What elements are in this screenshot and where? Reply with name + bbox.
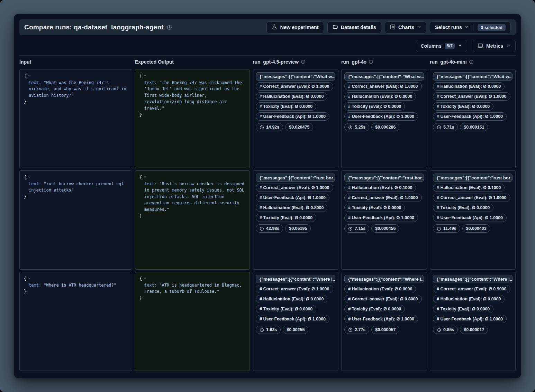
metric-chip[interactable]: # User-Feedback (Api): Ø 1.0000 xyxy=(344,315,418,323)
new-experiment-label: New experiment xyxy=(280,25,318,30)
new-experiment-button[interactable]: New experiment xyxy=(266,21,324,34)
cost-value: $0.000403 xyxy=(466,226,487,231)
metric-chip[interactable]: # Toxicity (Eval): Ø 0.0000 xyxy=(433,305,493,313)
metric-chip[interactable]: # User-Feedback (Api): Ø 1.0000 xyxy=(433,315,507,323)
metric-chip[interactable]: # User-Feedback (Api): Ø 1.0000 xyxy=(433,214,507,222)
output-preview-chip[interactable]: {"messages":[{"content":"rust bor... xyxy=(344,174,424,182)
clock-icon xyxy=(348,125,353,130)
run-header-label: run_gpt-4o-mini xyxy=(430,59,467,65)
collapse-chevron-icon[interactable] xyxy=(28,174,31,181)
output-preview-chip[interactable]: {"messages":[{"content":"Where i... xyxy=(433,275,513,283)
metric-chip[interactable]: # User-Feedback (Api): Ø 1.0000 xyxy=(433,112,507,121)
run-info-icon[interactable] xyxy=(301,59,306,64)
json-line: text: "ATR is headquartered in Blagnac, … xyxy=(144,282,245,295)
metric-chip[interactable]: # Correct_answer (Eval): Ø 0.8000 xyxy=(344,295,422,303)
run-cell-gpt-4o-mini[interactable]: {"messages":[{"content":"Where i... # Co… xyxy=(430,272,516,371)
output-preview-chip[interactable]: {"messages":[{"content":"What w... xyxy=(256,72,335,81)
metric-chip[interactable]: # Correct_answer (Eval): Ø 0.9000 xyxy=(433,285,510,293)
input-cell[interactable]: { text: "Where is ATR headquartered?" } xyxy=(19,272,132,371)
expected-output-cell[interactable]: { text: "The Boeing 747 was nicknamed th… xyxy=(135,69,250,168)
run-cell-gpt-4o[interactable]: {"messages":[{"content":"What w... # Cor… xyxy=(341,69,427,168)
metric-chip[interactable]: # User-Feedback (Api): Ø 1.0000 xyxy=(256,112,329,121)
clock-icon xyxy=(437,328,441,332)
metric-chip[interactable]: # User-Feedback (Api): Ø 1.0000 xyxy=(256,315,329,323)
dataset-details-button[interactable]: Dataset details xyxy=(327,21,381,34)
metric-chip[interactable]: # Toxicity (Eval): Ø 0.0000 xyxy=(344,204,405,212)
output-preview-chip[interactable]: {"messages":[{"content":"rust bor... xyxy=(433,174,513,182)
metric-chip[interactable]: # Correct_answer (Eval): Ø 1.0000 xyxy=(256,184,333,192)
input-cell[interactable]: { text: "rust borrow checker prevent sql… xyxy=(19,170,132,270)
input-cell[interactable]: { text: "What was the Boeing 747's nickn… xyxy=(19,69,132,168)
clock-icon xyxy=(260,226,264,231)
metric-chip[interactable]: # User-Feedback (Api): Ø 1.0000 xyxy=(256,194,329,202)
run-info-icon[interactable] xyxy=(469,59,474,64)
collapse-chevron-icon[interactable] xyxy=(143,174,147,181)
metric-chip[interactable]: # Correct_answer (Eval): Ø 1.0000 xyxy=(256,82,333,91)
metric-chip[interactable]: # Toxicity (Eval): Ø 0.0000 xyxy=(256,102,316,111)
columns-button[interactable]: Columns 5/7 xyxy=(416,40,467,52)
rows-icon xyxy=(478,43,483,49)
metric-chip[interactable]: # Correct_answer (Eval): Ø 1.0000 xyxy=(433,194,510,202)
metric-chip[interactable]: # Toxicity (Eval): Ø 0.0000 xyxy=(344,102,405,111)
output-preview-chip[interactable]: {"messages":[{"content":"What w... xyxy=(344,72,424,81)
clock-icon xyxy=(260,328,264,332)
output-preview-chip[interactable]: {"messages":[{"content":"rust bor... xyxy=(256,174,335,182)
latency-chip: 5.25s xyxy=(344,123,369,131)
metric-chip[interactable]: # Toxicity (Eval): Ø 0.0000 xyxy=(256,214,316,222)
metric-chip[interactable]: # Hallucination (Eval): Ø 0.1000 xyxy=(433,184,505,192)
latency-value: 7.15s xyxy=(355,226,365,231)
collapse-chevron-icon[interactable] xyxy=(143,276,147,282)
page-title: Compare runs: qa-dataset_langgraph-agent xyxy=(24,24,164,31)
selected-count-badge: 3 selected xyxy=(478,24,506,31)
clock-icon xyxy=(437,125,441,130)
charts-button[interactable]: Charts xyxy=(385,21,426,34)
collapse-chevron-icon[interactable] xyxy=(143,73,147,80)
metric-chip[interactable]: # Toxicity (Eval): Ø 0.0000 xyxy=(344,305,405,313)
metric-chip[interactable]: # Hallucination (Eval): Ø 0.0000 xyxy=(433,82,505,91)
run-cell-gpt-4o[interactable]: {"messages":[{"content":"rust bor... # H… xyxy=(341,170,427,270)
latency-chip: 42.98s xyxy=(256,224,283,233)
metric-chip[interactable]: # Hallucination (Eval): Ø 0.8000 xyxy=(256,204,327,212)
output-preview-chip[interactable]: {"messages":[{"content":"Where i... xyxy=(256,275,335,283)
stats-row: 1.63s $0.00255 xyxy=(256,326,308,334)
metric-chip[interactable]: # Toxicity (Eval): Ø 0.0000 xyxy=(433,204,493,212)
metric-chip[interactable]: # Correct_answer (Eval): Ø 1.0000 xyxy=(344,194,422,202)
metric-chip[interactable]: # Hallucination (Eval): Ø 0.0000 xyxy=(344,285,416,293)
json-key: text: xyxy=(144,181,157,186)
run-cell-gpt-4.5-preview[interactable]: {"messages":[{"content":"What w... # Cor… xyxy=(253,69,338,168)
metric-chip[interactable]: # Correct_answer (Eval): Ø 1.0000 xyxy=(344,82,422,91)
metric-chip[interactable]: # User-Feedback (Api): Ø 1.0000 xyxy=(344,214,418,222)
latency-chip: 11.49s xyxy=(433,224,460,233)
metric-chip[interactable]: # Toxicity (Eval): Ø 0.0000 xyxy=(256,305,316,313)
dataset-info-icon[interactable] xyxy=(167,25,172,30)
clock-icon xyxy=(437,226,441,231)
expected-output-cell[interactable]: { text: "ATR is headquartered in Blagnac… xyxy=(135,272,250,371)
table-header-row: Input Expected Output run_gpt-4.5-previe… xyxy=(19,59,516,65)
metric-chip[interactable]: # Hallucination (Eval): Ø 0.1000 xyxy=(344,184,416,192)
run-info-icon[interactable] xyxy=(369,59,373,64)
collapse-chevron-icon[interactable] xyxy=(28,276,31,282)
run-cell-gpt-4o[interactable]: {"messages":[{"content":"Where i... # Ha… xyxy=(341,272,427,371)
metric-chip[interactable]: # Hallucination (Eval): Ø 0.0000 xyxy=(256,92,327,101)
run-cell-gpt-4o-mini[interactable]: {"messages":[{"content":"rust bor... # H… xyxy=(430,170,516,270)
run-cell-gpt-4.5-preview[interactable]: {"messages":[{"content":"Where i... # Co… xyxy=(253,272,338,371)
metric-chip[interactable]: # Correct_answer (Eval): Ø 1.0000 xyxy=(433,92,510,101)
clock-icon xyxy=(260,125,264,130)
metric-chip[interactable]: # Hallucination (Eval): Ø 0.0000 xyxy=(256,295,327,303)
metric-chip[interactable]: # User-Feedback (Api): Ø 1.0000 xyxy=(344,112,418,121)
run-cell-gpt-4o-mini[interactable]: {"messages":[{"content":"What w... # Hal… xyxy=(430,69,516,168)
metric-chip[interactable]: # Hallucination (Eval): Ø 0.0000 xyxy=(344,92,416,101)
expected-output-cell[interactable]: { text: "Rust's borrow checker is design… xyxy=(135,170,250,270)
latency-value: 1.63s xyxy=(266,327,277,332)
metrics-button[interactable]: Metrics xyxy=(473,40,516,52)
column-header-expected-output: Expected Output xyxy=(135,59,250,65)
collapse-chevron-icon[interactable] xyxy=(28,73,31,80)
output-preview-chip[interactable]: {"messages":[{"content":"Where i... xyxy=(344,275,424,283)
select-runs-button[interactable]: Select runs 3 selected xyxy=(430,21,511,34)
column-header-run-gpt-4o-mini: run_gpt-4o-mini xyxy=(430,59,516,65)
metric-chip[interactable]: # Toxicity (Eval): Ø 0.0000 xyxy=(433,102,493,111)
output-preview-chip[interactable]: {"messages":[{"content":"What w... xyxy=(433,72,513,81)
metric-chip[interactable]: # Hallucination (Eval): Ø 0.0000 xyxy=(433,295,505,303)
run-cell-gpt-4.5-preview[interactable]: {"messages":[{"content":"rust bor... # C… xyxy=(253,170,338,270)
metric-chip[interactable]: # Correct_answer (Eval): Ø 1.0000 xyxy=(256,285,333,293)
